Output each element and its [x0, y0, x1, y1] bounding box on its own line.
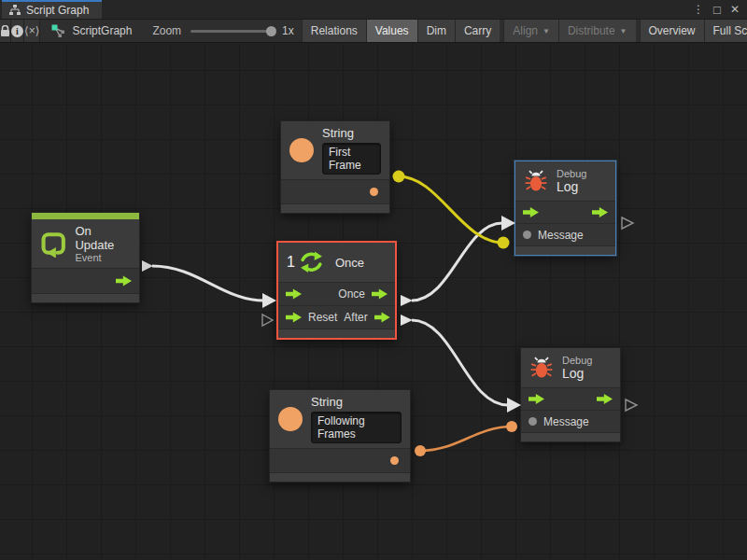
port-row	[521, 388, 620, 411]
zoom-label: Zoom	[152, 24, 181, 37]
node-footer	[32, 294, 139, 302]
after-output-label: After	[344, 311, 367, 324]
unconnected-reset-port-triangle[interactable]	[262, 315, 273, 326]
string-value-input[interactable]: First Frame	[322, 143, 381, 175]
graph-name-label: ScriptGraph	[72, 24, 132, 37]
maximize-icon[interactable]: □	[713, 4, 721, 16]
once-counter: 1	[287, 254, 295, 271]
control-input-port[interactable]	[523, 207, 539, 218]
reset-input-label: Reset	[308, 311, 337, 324]
bug-icon	[529, 356, 554, 380]
wire-string2-to-message[interactable]	[420, 427, 512, 451]
full-screen-button[interactable]: Full Screen	[704, 20, 747, 42]
values-button[interactable]: Values	[366, 20, 417, 42]
string-value-input[interactable]: Following Frames	[311, 412, 402, 443]
node-header: String Following Frames	[270, 390, 410, 449]
wire-arrowhead	[507, 398, 521, 413]
dim-button[interactable]: Dim	[417, 20, 455, 42]
message-input-port[interactable]	[523, 231, 531, 239]
relations-button[interactable]: Relations	[302, 20, 366, 42]
unconnected-output-triangle[interactable]	[626, 399, 637, 411]
node-string-following-frames[interactable]: String Following Frames	[269, 389, 411, 483]
wire-once-to-log-bottom[interactable]	[412, 320, 508, 405]
string-type-icon	[289, 138, 314, 162]
close-icon[interactable]: ✕	[730, 4, 740, 15]
port-row: Reset After	[278, 306, 395, 329]
node-title: Log	[557, 179, 578, 194]
bug-icon	[524, 169, 548, 193]
code-icon: ⟨×⟩	[24, 24, 39, 37]
node-title: Log	[562, 366, 584, 381]
node-title: String	[311, 395, 343, 409]
on-update-loop-icon	[40, 230, 66, 258]
port-row	[515, 202, 615, 224]
title-bar: Script Graph ⋮ □ ✕	[0, 0, 747, 19]
graph-breadcrumb[interactable]: ScriptGraph	[40, 20, 145, 42]
node-header: Debug Log	[521, 348, 620, 388]
overview-button[interactable]: Overview	[640, 20, 704, 42]
zoom-slider-handle[interactable]	[266, 26, 276, 36]
carry-button[interactable]: Carry	[455, 20, 500, 42]
control-output-port[interactable]	[116, 275, 132, 287]
zoom-slider[interactable]	[190, 30, 273, 33]
graph-canvas[interactable]: String First Frame	[0, 44, 747, 560]
script-graph-window: Script Graph ⋮ □ ✕ i ⟨×⟩	[0, 0, 747, 560]
edit-code-button[interactable]: ⟨×⟩	[24, 20, 40, 42]
node-string-first-frame[interactable]: String First Frame	[280, 120, 390, 214]
once-output-label: Once	[338, 287, 365, 301]
node-once-selected[interactable]: 1 Once Once Reset	[276, 241, 397, 340]
node-on-update-event[interactable]: On Update Event	[31, 212, 140, 303]
message-input-port[interactable]	[529, 417, 537, 426]
control-output-port[interactable]	[592, 207, 608, 218]
distribute-dropdown[interactable]: Distribute ▼	[558, 20, 636, 42]
node-footer	[270, 473, 410, 482]
node-category: Debug	[557, 168, 586, 179]
wire-string1-to-message[interactable]	[399, 176, 503, 243]
control-output-port[interactable]	[597, 394, 613, 405]
wire-arrowhead	[262, 293, 276, 308]
node-header: Debug Log	[515, 161, 615, 202]
string-type-icon	[278, 407, 303, 431]
tab-script-graph[interactable]: Script Graph	[2, 0, 102, 19]
port-row: Message	[515, 224, 615, 246]
message-port-label: Message	[543, 415, 589, 428]
window-controls: ⋮ □ ✕	[693, 0, 747, 19]
after-output-port[interactable]	[374, 312, 390, 323]
lock-button[interactable]	[0, 20, 11, 42]
graph-hierarchy-icon	[9, 5, 21, 16]
script-graph-icon	[51, 24, 65, 37]
node-debug-log-bottom[interactable]: Debug Log Message	[520, 347, 621, 442]
node-title: String	[322, 126, 354, 140]
string-output-port[interactable]	[370, 188, 378, 196]
node-subtitle: Event	[75, 252, 101, 263]
align-dropdown[interactable]: Align ▼	[503, 20, 558, 42]
port-row	[270, 449, 410, 473]
control-input-port[interactable]	[529, 394, 544, 405]
unconnected-output-triangle[interactable]	[622, 217, 633, 229]
once-output-port[interactable]	[372, 288, 388, 300]
node-title: Once	[335, 256, 364, 270]
node-footer	[278, 329, 395, 338]
reset-input-port[interactable]	[286, 312, 302, 323]
zoom-control: Zoom 1x	[145, 20, 301, 42]
tab-title: Script Graph	[26, 4, 89, 17]
wire-once-to-log-top[interactable]	[412, 223, 502, 301]
string-output-port[interactable]	[390, 456, 399, 465]
node-debug-log-top[interactable]: Debug Log Message	[514, 161, 616, 256]
port-row: Once	[278, 283, 395, 306]
node-header: String First Frame	[281, 121, 389, 180]
lock-icon	[0, 25, 10, 37]
info-icon: i	[11, 25, 23, 37]
window-menu-icon[interactable]: ⋮	[693, 4, 704, 15]
wire-on-update-to-once[interactable]	[152, 266, 264, 301]
chevron-down-icon: ▼	[543, 27, 550, 35]
info-button[interactable]: i	[11, 20, 24, 42]
chevron-down-icon: ▼	[620, 27, 627, 35]
node-title: On Update	[75, 224, 131, 252]
message-port-label: Message	[538, 229, 584, 242]
wire-arrowhead	[501, 216, 515, 231]
toolbar-buttons: Relations Values Dim Carry Align ▼ Distr…	[302, 20, 747, 42]
node-header: On Update Event	[32, 219, 139, 269]
wire-start-triangle	[142, 260, 153, 272]
control-input-port[interactable]	[286, 288, 302, 300]
